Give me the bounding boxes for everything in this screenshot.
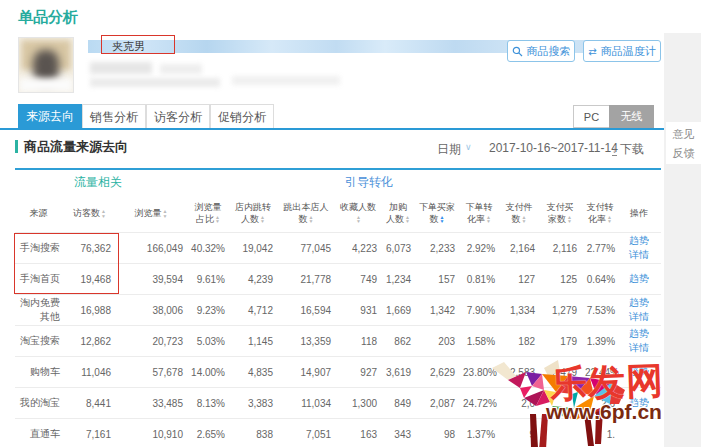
source-cell: 我的淘宝 [15,388,66,419]
section-accent-bar [15,140,18,153]
value-cell: 4,223 [337,233,383,264]
action-link[interactable]: 趋势 [629,235,649,246]
value-cell: 2,629 [417,357,461,388]
column-header[interactable]: 跳出本店人数▲▼ [279,195,337,233]
value-cell: 2.65% [189,419,231,447]
action-link[interactable]: 趋势 [629,366,649,377]
traffic-table: 流量相关引导转化来源访客数▲▼浏览量▲▼浏览量占比▲▼店内跳转人数▲▼跳出本店人… [15,168,661,447]
column-header[interactable]: 下单转化率▲▼ [461,195,501,233]
value-cell: 19,042 [231,233,279,264]
column-header[interactable]: 支付转化率▲▼ [583,195,621,233]
sort-icon[interactable]: ▲▼ [405,215,410,224]
redacted-text-bar [160,64,202,74]
redacted-text-bar [232,76,340,85]
value-cell: 21,778 [279,264,337,295]
value-cell: 8,441 [66,388,117,419]
actions-cell: 趋势 [621,357,661,388]
sort-icon[interactable]: ▲▼ [567,215,572,224]
action-link[interactable]: 详情 [629,342,649,353]
column-header[interactable]: 店内跳转人数▲▼ [231,195,279,233]
source-cell: 手淘搜索 [15,233,66,264]
value-cell: 22.44% [583,357,621,388]
column-header[interactable]: 浏览量▲▼ [117,195,189,233]
value-cell: 40.32% [189,233,231,264]
tab-source-destination[interactable]: 来源去向 [18,104,82,129]
value-cell: 1,342 [417,295,461,326]
value-cell: 862 [383,326,417,357]
value-cell: 12,862 [66,326,117,357]
action-link[interactable]: 趋势 [629,397,649,408]
chevron-down-icon: ∨ [465,142,472,152]
feedback-tab[interactable]: 意见 反馈 [666,122,701,164]
value-cell: 127 [501,264,541,295]
action-link[interactable]: 趋势 [629,297,649,308]
sort-icon[interactable]: ▲▼ [309,215,314,224]
value-cell: 57,678 [117,357,189,388]
action-link[interactable]: 趋势 [629,273,649,284]
value-cell: 4,239 [231,264,279,295]
column-header[interactable]: 加购人数▲▼ [383,195,417,233]
value-cell [541,419,583,447]
table-corner [15,170,66,195]
value-cell: 76,362 [66,233,117,264]
value-cell [541,388,583,419]
column-header: 来源 [15,195,66,233]
column-header[interactable]: 下单买家数▲▼ [417,195,461,233]
sort-icon[interactable]: ▲▼ [215,215,220,224]
value-cell: 125 [541,264,583,295]
value-cell: 182 [501,326,541,357]
tab-sales-analysis[interactable]: 销售分析 [82,104,146,129]
value-cell: 2,583 [501,357,541,388]
download-link[interactable]: ↓ 下载 [612,141,644,158]
table-row: 手淘首页19,46839,5949.61%4,23921,7787491,234… [15,264,661,295]
sort-icon[interactable]: ▲▼ [607,215,612,224]
sort-icon[interactable]: ▲▼ [522,215,527,224]
column-header[interactable]: 收藏人数▲▼ [337,195,383,233]
tab-promotion-analysis[interactable]: 促销分析 [210,104,274,129]
page-title: 单品分析 [18,8,78,27]
value-cell: 1. [583,419,621,447]
value-cell: 2,164 [501,233,541,264]
value-cell: 343 [383,419,417,447]
column-header[interactable]: 访客数▲▼ [66,195,117,233]
sort-icon[interactable]: ▲▼ [356,215,361,224]
value-cell: 10,910 [117,419,189,447]
action-link[interactable]: 详情 [629,311,649,322]
value-cell: 749 [337,264,383,295]
table-row: 淘宝搜索12,86220,7235.03%1,14513,35911886220… [15,326,661,357]
sort-icon[interactable]: ▲▼ [101,209,106,218]
product-search-button[interactable]: 商品搜索 [507,40,575,62]
value-cell: 7,051 [279,419,337,447]
sort-icon[interactable]: ▲▼ [163,209,168,218]
sort-icon[interactable]: ▲▼ [260,215,265,224]
value-cell: 77,045 [279,233,337,264]
sort-icon[interactable]: ▲▼ [486,215,491,224]
product-search-label: 商品搜索 [527,44,571,59]
sort-icon[interactable]: ▲▼ [440,215,445,224]
actions-cell: 趋势详情 [621,295,661,326]
device-toggle-pc[interactable]: PC [573,105,610,128]
source-cell: 直通车 [15,419,66,447]
action-link[interactable]: 详情 [629,249,649,260]
value-cell: 14,907 [279,357,337,388]
product-thermometer-button[interactable]: ⇄ 商品温度计 [583,40,661,62]
value-cell: 0.81% [461,264,501,295]
value-cell: 39,594 [117,264,189,295]
value-cell: 1,234 [383,264,417,295]
tab-visitor-analysis[interactable]: 访客分析 [146,104,210,129]
column-header[interactable]: 支付买家数▲▼ [541,195,583,233]
date-dropdown[interactable]: 日期 [437,141,461,158]
column-header[interactable]: 浏览量占比▲▼ [189,195,231,233]
column-header[interactable]: 支付件数▲▼ [501,195,541,233]
traffic-table-grid: 流量相关引导转化来源访客数▲▼浏览量▲▼浏览量占比▲▼店内跳转人数▲▼跳出本店人… [15,170,661,447]
section-title: 商品流量来源去向 [24,138,128,156]
device-toggle-wireless[interactable]: 无线 [609,105,654,128]
action-link[interactable]: 趋势 [629,328,649,339]
value-cell: 203 [417,326,461,357]
value-cell: 118 [337,326,383,357]
value-cell: 7.90% [461,295,501,326]
value-cell: 3,383 [231,388,279,419]
product-thumbnail [18,37,74,93]
value-cell: 4,712 [231,295,279,326]
download-icon: ↓ [612,144,617,156]
